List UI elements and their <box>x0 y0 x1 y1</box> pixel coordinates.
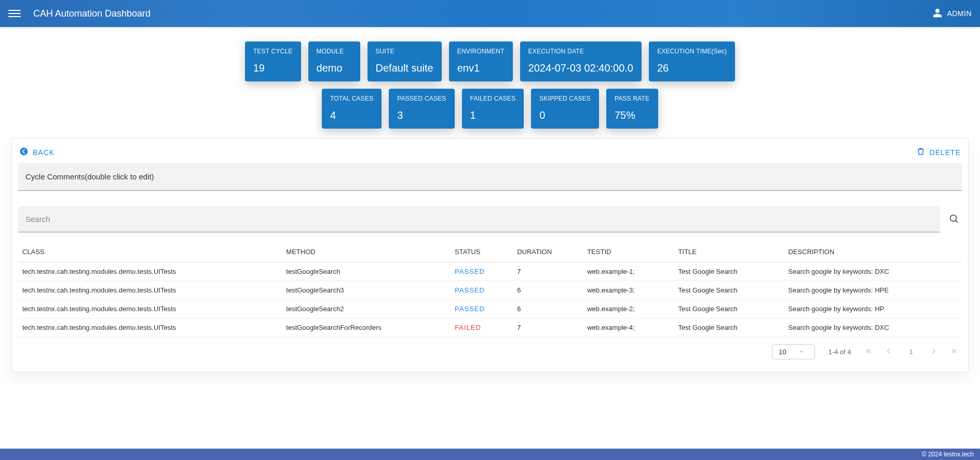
table-cell: web.example-3; <box>583 281 674 300</box>
summary-card: MODULEdemo <box>308 41 360 81</box>
summary-card: EXECUTION DATE2024-07-03 02:40:00.0 <box>520 41 642 81</box>
table-cell: tech.testnx.cah.testing.modules.demo.tes… <box>18 281 282 300</box>
back-label: BACK <box>33 148 55 157</box>
results-panel: BACK DELETE Cycle Comments(double click … <box>11 138 969 372</box>
svg-point-1 <box>950 215 957 221</box>
table-cell: tech.testnx.cah.testing.modules.demo.tes… <box>18 262 282 281</box>
page-first-button[interactable] <box>865 347 873 357</box>
column-header[interactable]: STATUS <box>451 242 513 262</box>
table-cell: Test Google Search <box>674 318 784 337</box>
column-header[interactable]: CLASS <box>18 242 282 262</box>
summary-card: EXECUTION TIME(Sec)26 <box>649 41 735 81</box>
table-row[interactable]: tech.testnx.cah.testing.modules.demo.tes… <box>18 262 962 281</box>
table-cell: Search google by keywords: HP <box>784 300 962 318</box>
svg-point-0 <box>20 148 28 156</box>
summary-card: SUITEDefault suite <box>367 41 442 81</box>
card-value: 4 <box>330 109 373 121</box>
cycle-comments[interactable]: Cycle Comments(double click to edit) <box>18 163 962 191</box>
summary-card: PASS RATE75% <box>606 89 658 129</box>
card-label: TOTAL CASES <box>330 95 373 102</box>
table-cell: tech.testnx.cah.testing.modules.demo.tes… <box>18 300 282 318</box>
table-cell: testGoogleSearch2 <box>282 300 451 318</box>
card-value: 2024-07-03 02:40:00.0 <box>528 62 633 74</box>
card-value: demo <box>317 62 352 74</box>
card-value: 1 <box>470 109 516 121</box>
app-title: CAH Automation Dashboard <box>33 8 151 19</box>
summary-card: PASSED CASES3 <box>389 89 454 129</box>
card-label: ENVIRONMENT <box>457 48 505 55</box>
page-range: 1-4 of 4 <box>828 348 851 356</box>
card-value: 19 <box>253 62 293 74</box>
card-value: env1 <box>457 62 505 74</box>
card-label: MODULE <box>317 48 352 55</box>
column-header[interactable]: DURATION <box>513 242 583 262</box>
card-value: 75% <box>615 109 650 121</box>
table-cell: Test Google Search <box>674 262 784 281</box>
summary-card: SKIPPED CASES0 <box>531 89 599 129</box>
table-row[interactable]: tech.testnx.cah.testing.modules.demo.tes… <box>18 300 962 318</box>
results-table: CLASSMETHODSTATUSDURATIONTESTIDTITLEDESC… <box>18 242 962 337</box>
card-label: FAILED CASES <box>470 95 516 102</box>
card-value: 26 <box>657 62 727 74</box>
delete-label: DELETE <box>930 148 961 157</box>
card-value: Default suite <box>376 62 433 74</box>
svg-line-2 <box>956 220 958 222</box>
card-label: SKIPPED CASES <box>539 95 591 102</box>
page-last-button[interactable] <box>949 347 958 357</box>
page-size-select[interactable]: 10 <box>772 344 814 359</box>
table-cell: testGoogleSearch3 <box>282 281 451 300</box>
card-value: 0 <box>539 109 591 121</box>
table-row[interactable]: tech.testnx.cah.testing.modules.demo.tes… <box>18 318 962 337</box>
column-header[interactable]: METHOD <box>282 242 451 262</box>
summary-card: TEST CYCLE19 <box>245 41 301 81</box>
search-icon[interactable] <box>946 211 962 228</box>
table-cell: FAILED <box>451 318 513 337</box>
user-menu[interactable]: ADMIN <box>932 8 972 20</box>
card-label: TEST CYCLE <box>253 48 293 55</box>
table-cell: 7 <box>513 318 583 337</box>
paginator: 10 1-4 of 4 1 <box>18 337 962 359</box>
summary-card: TOTAL CASES4 <box>322 89 382 129</box>
chevron-down-icon <box>799 348 804 356</box>
summary-card: FAILED CASES1 <box>462 89 524 129</box>
table-cell: web.example-1; <box>583 262 674 281</box>
table-row[interactable]: tech.testnx.cah.testing.modules.demo.tes… <box>18 281 962 300</box>
table-cell: tech.testnx.cah.testing.modules.demo.tes… <box>18 318 282 337</box>
page-size-value: 10 <box>779 348 786 356</box>
page-prev-button[interactable] <box>884 347 893 357</box>
delete-button[interactable]: DELETE <box>916 147 961 158</box>
table-cell: PASSED <box>451 300 513 318</box>
table-cell: Test Google Search <box>674 281 784 300</box>
back-button[interactable]: BACK <box>19 147 55 158</box>
card-label: PASSED CASES <box>397 95 446 102</box>
card-label: SUITE <box>376 48 433 55</box>
table-cell: testGoogleSearch <box>282 262 451 281</box>
card-label: EXECUTION TIME(Sec) <box>657 48 727 55</box>
summary-cards: TEST CYCLE19MODULEdemoSUITEDefault suite… <box>0 27 980 138</box>
table-cell: web.example-4; <box>583 318 674 337</box>
table-cell: Search google by keywords: DXC <box>784 318 962 337</box>
column-header[interactable]: TESTID <box>583 242 674 262</box>
arrow-left-icon <box>19 147 29 158</box>
menu-icon[interactable] <box>8 7 21 20</box>
table-cell: 7 <box>513 262 583 281</box>
user-label: ADMIN <box>947 9 972 18</box>
page-next-button[interactable] <box>930 347 938 357</box>
table-cell: Test Google Search <box>674 300 784 318</box>
column-header[interactable]: TITLE <box>674 242 784 262</box>
page-current: 1 <box>904 348 918 356</box>
search-input[interactable] <box>18 206 940 232</box>
column-header[interactable]: DESCRIPTION <box>784 242 962 262</box>
card-value: 3 <box>397 109 446 121</box>
table-cell: PASSED <box>451 262 513 281</box>
card-label: PASS RATE <box>615 95 650 102</box>
summary-card: ENVIRONMENTenv1 <box>449 41 513 81</box>
table-cell: web.example-2; <box>583 300 674 318</box>
trash-icon <box>916 147 925 158</box>
table-cell: Search google by keywords: HPE <box>784 281 962 300</box>
user-icon <box>932 8 943 20</box>
table-cell: testGoogleSearchForRecorders <box>282 318 451 337</box>
table-cell: 6 <box>513 281 583 300</box>
table-cell: PASSED <box>451 281 513 300</box>
table-cell: 6 <box>513 300 583 318</box>
